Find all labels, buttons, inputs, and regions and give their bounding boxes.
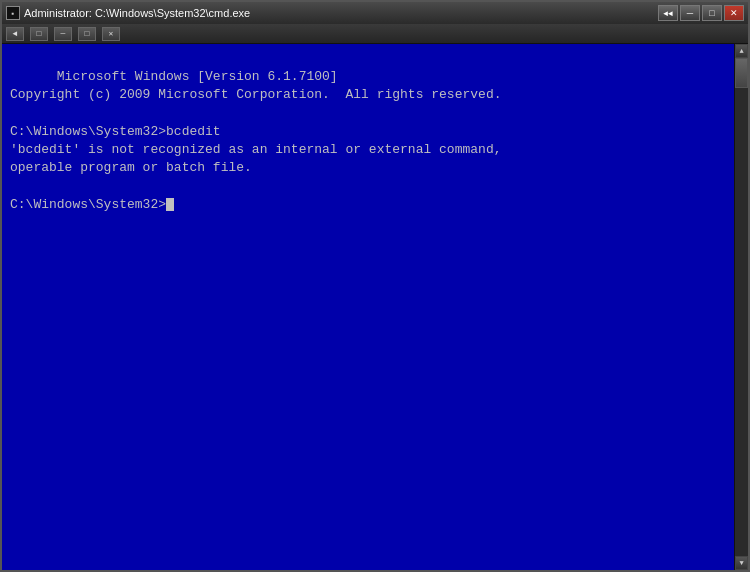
cmd-window: ▪ Administrator: C:\Windows\System32\cmd… [0, 0, 750, 572]
title-bar-left: ▪ Administrator: C:\Windows\System32\cmd… [6, 6, 250, 20]
extra-controls-button[interactable]: ◄◄ [658, 5, 678, 21]
minimize-button[interactable]: ─ [680, 5, 700, 21]
toolbar-btn-3[interactable]: ─ [54, 27, 72, 41]
window-icon: ▪ [6, 6, 20, 20]
toolbar: ◄ □ ─ □ ✕ [2, 24, 748, 44]
console-output: Microsoft Windows [Version 6.1.7100] Cop… [10, 50, 740, 232]
toolbar-btn-5[interactable]: ✕ [102, 27, 120, 41]
cursor-blink [166, 198, 174, 211]
scrollbar-up-arrow[interactable]: ▲ [735, 44, 748, 58]
toolbar-btn-4[interactable]: □ [78, 27, 96, 41]
scrollbar[interactable]: ▲ ▼ [734, 44, 748, 570]
toolbar-btn-1[interactable]: ◄ [6, 27, 24, 41]
scrollbar-thumb[interactable] [735, 58, 748, 88]
window-title: Administrator: C:\Windows\System32\cmd.e… [24, 7, 250, 19]
maximize-button[interactable]: □ [702, 5, 722, 21]
close-button[interactable]: ✕ [724, 5, 744, 21]
title-bar-controls: ◄◄ ─ □ ✕ [658, 5, 744, 21]
console-area[interactable]: Microsoft Windows [Version 6.1.7100] Cop… [2, 44, 748, 570]
title-bar: ▪ Administrator: C:\Windows\System32\cmd… [2, 2, 748, 24]
toolbar-btn-2[interactable]: □ [30, 27, 48, 41]
scrollbar-down-arrow[interactable]: ▼ [735, 556, 748, 570]
